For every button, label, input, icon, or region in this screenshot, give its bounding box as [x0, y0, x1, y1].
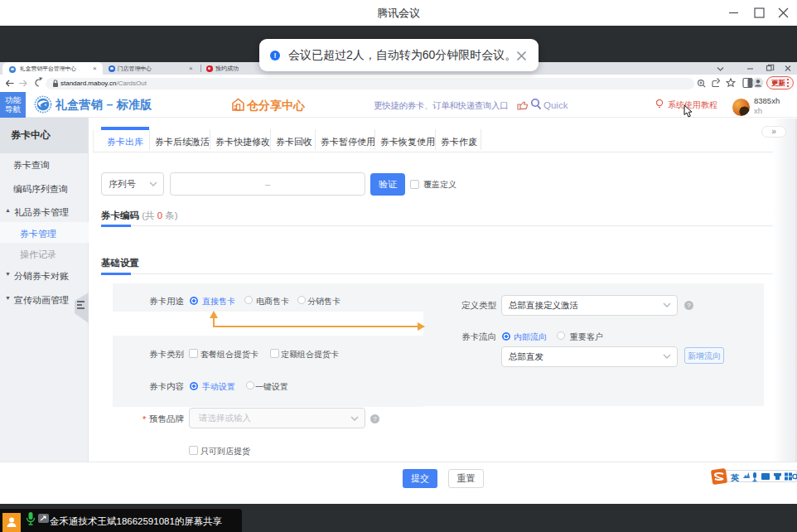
- svg-text:更新: 更新: [771, 79, 786, 87]
